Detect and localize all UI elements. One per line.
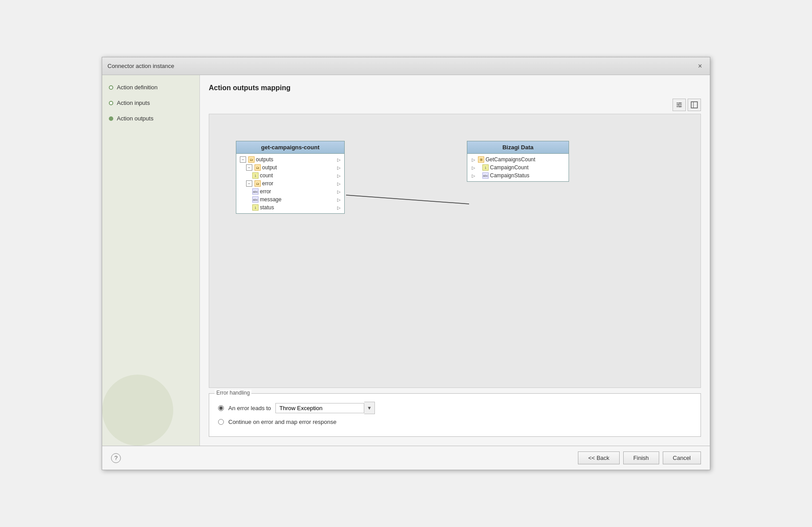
footer: ? << Back Finish Cancel [102, 446, 710, 470]
arrow-icon: ▷ [336, 181, 342, 186]
radio-error-leads-to[interactable] [218, 405, 224, 411]
dialog-title: Connector action instance [107, 63, 174, 69]
sidebar-item-action-outputs[interactable]: Action outputs [109, 115, 193, 122]
footer-left: ? [111, 453, 121, 463]
tree-label: outputs [256, 156, 273, 163]
tree-row[interactable]: abc message ▷ [236, 196, 344, 204]
expand-icon[interactable]: − [246, 164, 252, 171]
mapping-canvas: get-campaigns-count − 🗂 outputs ▷ [209, 114, 701, 388]
radio-continue-on-error[interactable] [218, 419, 224, 425]
tree-row[interactable]: 1 status ▷ [236, 204, 344, 212]
arrow-icon: ▷ [336, 197, 342, 202]
source-tree-box: get-campaigns-count − 🗂 outputs ▷ [236, 141, 345, 214]
expand-icon[interactable]: − [246, 180, 252, 187]
sidebar-label-2: Action inputs [117, 100, 150, 106]
int-icon: 1 [252, 204, 259, 211]
arrow-in-icon: ▷ [471, 157, 476, 162]
toolbar-btn-2[interactable] [688, 99, 701, 111]
tree-row[interactable]: ▷ abc CampaignStatus [467, 172, 569, 180]
tree-row-count[interactable]: 1 count ▷ [236, 172, 344, 180]
tree-row[interactable]: − 🗂 outputs ▷ [236, 156, 344, 164]
sidebar-label-1: Action definition [117, 84, 158, 91]
dialog-body: Action definition Action inputs Action o… [102, 75, 710, 446]
obj-icon: 🗂 [248, 156, 255, 163]
svg-rect-9 [691, 102, 697, 108]
radio-label-2: Continue on error and map error response [228, 419, 337, 425]
titlebar: Connector action instance × [102, 57, 710, 75]
obj-icon: 🗂 [255, 180, 261, 187]
arrow-icon: ▷ [336, 165, 342, 170]
arrow-icon: ▷ [336, 157, 342, 162]
cancel-button[interactable]: Cancel [663, 451, 701, 464]
tree-row[interactable]: abc error ▷ [236, 188, 344, 196]
sidebar-label-3: Action outputs [117, 115, 153, 122]
error-handling-legend: Error handling [215, 390, 251, 396]
tree-row[interactable]: − 🗂 error ▷ [236, 180, 344, 188]
sidebar-bullet-1 [109, 85, 113, 90]
mapping-inner: get-campaigns-count − 🗂 outputs ▷ [209, 114, 701, 387]
arrow-icon: ▷ [336, 173, 342, 178]
error-dropdown[interactable]: Throw Exception Continue [275, 403, 364, 413]
arrow-icon: ▷ [336, 189, 342, 194]
tree-label: message [260, 196, 282, 203]
obj-icon: 🗂 [255, 164, 261, 171]
error-handling-content: An error leads to Throw Exception Contin… [209, 394, 701, 436]
tree-label: CampaignCount [490, 164, 529, 171]
svg-line-11 [346, 195, 469, 204]
sidebar: Action definition Action inputs Action o… [102, 75, 200, 446]
sidebar-decoration [102, 375, 173, 446]
main-content: Action outputs mapping [200, 75, 710, 446]
target-tree-box: Bizagi Data ▷ ⊞ GetCampaignsCount [467, 141, 569, 182]
sidebar-item-action-definition[interactable]: Action definition [109, 84, 193, 91]
close-button[interactable]: × [696, 62, 705, 71]
svg-marker-8 [680, 106, 681, 108]
tree-label: error [262, 180, 273, 187]
tree-label: error [260, 188, 271, 195]
tree-row[interactable]: − 🗂 output ▷ [236, 164, 344, 172]
int-icon: 1 [252, 172, 259, 179]
back-button[interactable]: << Back [578, 451, 620, 464]
sidebar-item-action-inputs[interactable]: Action inputs [109, 100, 193, 106]
svg-marker-2 [680, 102, 681, 104]
tree-label: status [260, 204, 274, 211]
abc-icon: abc [252, 196, 259, 203]
dialog: Connector action instance × Action defin… [102, 57, 710, 470]
dropdown-arrow-button[interactable]: ▼ [364, 402, 375, 414]
int-icon: 1 [482, 164, 489, 171]
radio-label-1: An error leads to [228, 405, 271, 411]
sidebar-bullet-2 [109, 101, 113, 105]
help-button[interactable]: ? [111, 453, 121, 463]
sidebar-bullet-3 [109, 116, 113, 121]
target-tree-body: ▷ ⊞ GetCampaignsCount ▷ 1 [467, 154, 569, 181]
target-tree-header: Bizagi Data [467, 141, 569, 154]
abc-icon: abc [482, 172, 489, 179]
radio-row-1: An error leads to Throw Exception Contin… [218, 402, 692, 414]
section-title: Action outputs mapping [209, 84, 701, 92]
toolbar [209, 99, 701, 111]
svg-marker-5 [677, 104, 679, 106]
dropdown-wrapper: Throw Exception Continue ▼ [275, 402, 375, 414]
expand-icon[interactable]: − [240, 156, 246, 163]
footer-right: << Back Finish Cancel [578, 451, 701, 464]
tree-label-count: count [260, 172, 273, 179]
arrow-icon: ▷ [336, 205, 342, 210]
error-handling-section: Error handling An error leads to Throw E… [209, 393, 701, 437]
source-tree-header: get-campaigns-count [236, 141, 344, 154]
tree-label: CampaignStatus [490, 172, 529, 179]
tree-row-campaign-count[interactable]: ▷ 1 CampaignCount [467, 164, 569, 172]
arrow-in-icon: ▷ [471, 165, 476, 170]
abc-icon: abc [252, 188, 259, 195]
tree-label: GetCampaignsCount [486, 156, 535, 163]
source-tree-body: − 🗂 outputs ▷ − 🗂 [236, 154, 344, 213]
arrow-in-icon: ▷ [471, 173, 476, 178]
table-icon: ⊞ [478, 156, 484, 163]
tree-row[interactable]: ▷ ⊞ GetCampaignsCount [467, 156, 569, 164]
toolbar-btn-1[interactable] [673, 99, 686, 111]
radio-row-2: Continue on error and map error response [218, 419, 692, 425]
finish-button[interactable]: Finish [623, 451, 659, 464]
tree-label: output [262, 164, 277, 171]
